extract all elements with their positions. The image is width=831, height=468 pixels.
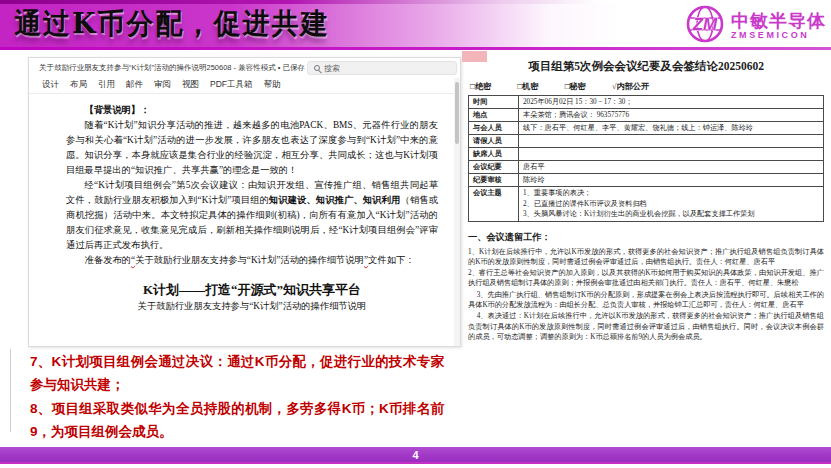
table-row: 会议纪要唐石平 bbox=[469, 161, 824, 174]
ribbon-tab-design[interactable]: 设计 bbox=[42, 79, 59, 91]
logo-name-cn: 中敏半导体 bbox=[731, 12, 826, 31]
classification-internal-checked: √内部公开 bbox=[612, 81, 649, 92]
classification-topsecret: □绝密 bbox=[470, 81, 491, 92]
doc-paragraph-3: 准备发布的“关于鼓励行业朋友支持参与“K计划”活动的操作细节说明”文件如下： bbox=[66, 253, 438, 268]
word-doc-title: 关于鼓励行业朋友支持参与“K计划”活动的操作说明250608 - 兼容性模式 •… bbox=[39, 63, 313, 73]
company-logo: ZM 中敏半导体 ZMSEMICON bbox=[685, 4, 826, 48]
minutes-item-4: 4、表决通过：K计划在后续推行中，允许以K币发放的形式，获得更多的社会知识资产；… bbox=[468, 311, 824, 342]
logo-name-en: ZMSEMICON bbox=[731, 31, 826, 40]
slide-title-banner: 通过K币分配，促进共建 ZM 中敏半导体 ZMSEMICON bbox=[0, 0, 831, 50]
scrollbar-thumb[interactable] bbox=[455, 82, 459, 144]
doc-paragraph-1: 随着“K计划”知识分享活动的推进，越来越多的电池PACK、BMS、元器件行业的朋… bbox=[66, 118, 438, 178]
ribbon-tab-review[interactable]: 审阅 bbox=[154, 79, 171, 91]
word-document-page: 【背景说明】： 随着“K计划”知识分享活动的推进，越来越多的电池PACK、BMS… bbox=[29, 94, 460, 346]
page-number: 4 bbox=[412, 449, 418, 461]
ribbon-tab-mailings[interactable]: 邮件 bbox=[126, 79, 143, 91]
ribbon-tab-help[interactable]: 帮助 bbox=[264, 79, 281, 91]
table-row: 缺席人员 bbox=[469, 148, 824, 161]
background-note-label: 【背景说明】： bbox=[66, 103, 438, 118]
table-row: 地点本朵茶馆；腾讯会议： 963575776 bbox=[469, 109, 824, 122]
doc-paragraph-2: 经“K计划项目组例会”第5次会议建议：由知识开发组、宣传推广组、销售组共同起草文… bbox=[66, 178, 438, 253]
minutes-table: 时间2025年06月02日 15：30－17：30； 地点本朵茶馆；腾讯会议： … bbox=[468, 95, 824, 222]
topic-line: 3、头脑风暴讨论：K计划衍生出的商业机会挖掘，以及配套支撑工作策划 bbox=[523, 209, 819, 220]
classification-secret: □机密 bbox=[517, 81, 538, 92]
classification-confidential: □秘密 bbox=[565, 81, 586, 92]
word-ribbon: 设计 布局 引用 邮件 审阅 视图 PDF工具箱 帮助 bbox=[29, 77, 460, 94]
table-row: 纪要审核陈玲玲 bbox=[469, 174, 824, 187]
table-row-topics: 会议主题 1、重要事项的表决； 2、已直播过的课件K币评议及资料归档 3、头脑风… bbox=[469, 187, 824, 222]
topic-line: 1、重要事项的表决； bbox=[523, 188, 819, 199]
footer-bar: 4 bbox=[0, 447, 831, 462]
minutes-doc: 项目组第5次例会会议纪要及会签结论20250602 □绝密 □机密 □秘密 √内… bbox=[468, 55, 824, 427]
doc-center-subheading: 关于鼓励行业朋友支持参与“K计划”活动的操作细节说明 bbox=[66, 299, 438, 314]
search-label: 搜索 bbox=[324, 63, 340, 74]
scrollbar[interactable] bbox=[454, 78, 460, 346]
table-row: 与会人员线下：唐石平、何红星、李平、黄耀宏、饶礼德；线上：钟运泽、陈玲玲 bbox=[469, 122, 824, 135]
ribbon-tab-layout[interactable]: 布局 bbox=[70, 79, 87, 91]
slide-title: 通过K币分配，促进共建 bbox=[14, 5, 329, 43]
topic-line: 2、已直播过的课件K币评议及资料归档 bbox=[523, 199, 819, 210]
table-row: 请假人员 bbox=[469, 135, 824, 148]
decision-notes: 7、K计划项目组例会通过决议：通过K币分配，促进行业的技术专家参与知识共建； 8… bbox=[30, 350, 444, 444]
placeholder-edge-line bbox=[10, 349, 11, 432]
ribbon-tab-pdf-tools[interactable]: PDF工具箱 bbox=[210, 79, 253, 91]
svg-text:ZM: ZM bbox=[692, 15, 718, 34]
word-window: 关于鼓励行业朋友支持参与“K计划”活动的操作说明250608 - 兼容性模式 •… bbox=[28, 57, 461, 347]
minutes-item-2: 2、睿行王总等社会知识资产的加入原则，以及其获得的K币如何用于购买知识的具体政策… bbox=[468, 268, 824, 289]
minutes-item-1: 1、K计划在后续推行中，允许以K币发放的形式，获得更多的社会知识资产；推广执行组… bbox=[468, 247, 824, 268]
search-box[interactable]: 搜索 bbox=[307, 61, 457, 75]
globe-zm-icon: ZM bbox=[685, 4, 725, 48]
note-item-8: 8、项目组采取类似华为全员持股的机制，多劳多得K币；K币排名前9，为项目组例会成… bbox=[30, 397, 444, 443]
search-icon bbox=[314, 65, 320, 71]
note-item-7: 7、K计划项目组例会通过决议：通过K币分配，促进行业的技术专家参与知识共建； bbox=[30, 350, 444, 396]
minutes-title: 项目组第5次例会会议纪要及会签结论20250602 bbox=[468, 55, 824, 74]
ribbon-tab-view[interactable]: 视图 bbox=[182, 79, 199, 91]
classification-row: □绝密 □机密 □秘密 √内部公开 bbox=[470, 81, 824, 92]
minutes-item-3: 3、先由推广执行组、销售组制订K币的分配原则，形成提案在例会上表决后按流程执行即… bbox=[468, 290, 824, 311]
table-row: 时间2025年06月02日 15：30－17：30； bbox=[469, 96, 824, 109]
minutes-section-heading: 一、会议遗留工作： bbox=[468, 231, 824, 244]
word-titlebar: 关于鼓励行业朋友支持参与“K计划”活动的操作说明250608 - 兼容性模式 •… bbox=[29, 58, 460, 77]
doc-center-heading: K计划——打造“开源式”知识共享平台 bbox=[66, 282, 438, 297]
pink-marker bbox=[462, 51, 487, 62]
ribbon-tab-references[interactable]: 引用 bbox=[98, 79, 115, 91]
